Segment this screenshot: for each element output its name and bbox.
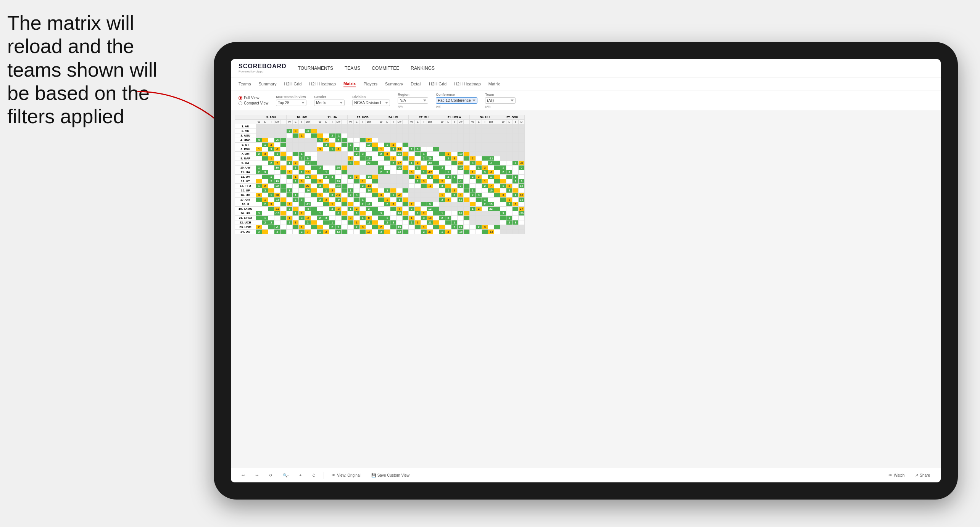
cell-3-1 xyxy=(262,138,268,143)
cell-16-37: 1 xyxy=(482,198,488,202)
cell-12-5 xyxy=(287,179,293,184)
team-select[interactable]: (All) xyxy=(485,97,516,104)
share-button[interactable]: ↗ Share xyxy=(912,472,933,479)
full-view-radio[interactable]: Full View xyxy=(239,96,268,100)
nav-committee[interactable]: COMMITTEE xyxy=(372,64,399,72)
cell-16-34 xyxy=(464,198,470,202)
zoom-out-button[interactable]: 🔍- xyxy=(280,472,292,479)
cell-19-35 xyxy=(470,211,476,216)
cell-11-18: -19 xyxy=(366,175,372,179)
cell-4-16 xyxy=(354,143,360,147)
cell-15-32: 3 xyxy=(451,193,458,198)
cell-5-11 xyxy=(323,147,329,152)
cell-12-14 xyxy=(342,179,348,184)
view-radio-group: Full View Compact View xyxy=(239,96,268,105)
uo-t: T xyxy=(390,120,397,124)
cell-13-6 xyxy=(293,184,299,188)
cell-18-0 xyxy=(256,207,262,211)
cell-3-7 xyxy=(299,138,305,143)
cell-1-19 xyxy=(372,129,378,133)
subnav-players[interactable]: Players xyxy=(363,81,377,87)
subnav-detail[interactable]: Detail xyxy=(411,81,421,87)
cell-9-41 xyxy=(506,165,513,170)
cell-5-42 xyxy=(513,147,519,152)
cell-4-30 xyxy=(439,143,445,147)
table-row: 15. UF33-20121-103121103 xyxy=(235,188,525,193)
zoom-in-button[interactable]: + xyxy=(296,472,305,479)
region-select[interactable]: N/A East West South Midwest xyxy=(398,97,428,104)
cell-6-43 xyxy=(519,152,525,156)
cell-8-20 xyxy=(378,161,384,165)
cell-16-39 xyxy=(494,198,500,202)
cell-20-9 xyxy=(311,216,317,220)
cell-6-18 xyxy=(366,152,372,156)
cell-4-17 xyxy=(360,143,366,147)
redo-button[interactable]: ↪ xyxy=(252,472,261,479)
refresh-button[interactable]: ↺ xyxy=(266,472,275,479)
cell-10-38: -2 xyxy=(488,170,494,175)
cell-3-4 xyxy=(280,138,287,143)
cell-13-43: 12 xyxy=(519,184,525,188)
gender-select[interactable]: Men's Women's xyxy=(314,100,345,106)
max-teams-select[interactable]: Top 25 Top 10 Top 50 xyxy=(276,100,306,106)
cell-11-19 xyxy=(372,175,378,179)
su-l: L xyxy=(415,120,421,124)
cell-16-24 xyxy=(403,198,409,202)
compact-view-radio[interactable]: Compact View xyxy=(239,101,268,105)
cell-19-7: 2 xyxy=(299,211,305,216)
clock-button[interactable]: ⏱ xyxy=(309,472,319,479)
subnav-h2h-grid2[interactable]: H2H Grid xyxy=(429,81,446,87)
nav-rankings[interactable]: RANKINGS xyxy=(411,64,435,72)
subnav-summary2[interactable]: Summary xyxy=(385,81,403,87)
subnav-summary[interactable]: Summary xyxy=(258,81,276,87)
cell-21-4 xyxy=(280,220,287,225)
cell-2-17 xyxy=(360,133,366,138)
osu-t: T xyxy=(513,120,519,124)
cell-14-32: 2 xyxy=(451,188,458,193)
cell-5-16: 1 xyxy=(354,147,360,152)
nav-tournaments[interactable]: TOURNAMENTS xyxy=(298,64,333,72)
uw-w: W xyxy=(287,120,293,124)
cell-1-8: -9 xyxy=(305,129,311,133)
cell-15-1 xyxy=(262,193,268,198)
col-header-su: 27. SU xyxy=(409,115,439,120)
watch-button[interactable]: 👁 Watch xyxy=(885,472,907,479)
cell-14-37 xyxy=(482,188,488,193)
matrix-area[interactable]: 3. ASU 10. UW 11. UA 22. UCB 24. UO 27. … xyxy=(231,111,941,468)
cell-11-20 xyxy=(378,175,384,179)
subnav-teams[interactable]: Teams xyxy=(239,81,251,87)
division-select[interactable]: NCAA Division I NCAA Division II NCAA Di… xyxy=(352,100,390,106)
cell-7-16 xyxy=(354,156,360,161)
cell-14-14 xyxy=(342,188,348,193)
cell-10-37: 3 xyxy=(482,170,488,175)
cell-3-19 xyxy=(372,138,378,143)
cell-12-22 xyxy=(390,179,397,184)
col-header-blank xyxy=(235,115,256,120)
cell-22-34 xyxy=(464,225,470,230)
cell-12-7: 3 xyxy=(299,179,305,184)
cell-11-28: -9 xyxy=(427,175,433,179)
view-original-button[interactable]: 👁 View: Original xyxy=(329,472,364,479)
cell-5-23: 18 xyxy=(397,147,403,152)
cell-22-25 xyxy=(409,225,415,230)
subnav-h2h-heatmap[interactable]: H2H Heatmap xyxy=(309,81,336,87)
cell-17-20 xyxy=(378,202,384,207)
cell-15-35: 2 xyxy=(470,193,476,198)
cell-23-14 xyxy=(342,230,348,234)
cell-6-33: -19 xyxy=(458,152,464,156)
conference-select[interactable]: Pac-12 Conference (All) ACC Big Ten SEC xyxy=(436,97,477,104)
undo-button[interactable]: ↩ xyxy=(239,472,248,479)
cell-18-19 xyxy=(372,207,378,211)
subnav-h2h-grid[interactable]: H2H Grid xyxy=(284,81,301,87)
cell-10-31: 1 xyxy=(445,170,451,175)
cell-3-32 xyxy=(451,138,458,143)
nav-teams[interactable]: TEAMS xyxy=(345,64,360,72)
subnav-h2h-heatmap2[interactable]: H2H Heatmap xyxy=(454,81,481,87)
cell-5-10: 3 xyxy=(317,147,323,152)
cell-7-0 xyxy=(256,156,262,161)
save-custom-button[interactable]: 💾 Save Custom View xyxy=(368,472,413,479)
subnav-matrix2[interactable]: Matrix xyxy=(488,81,500,87)
gender-label: Gender xyxy=(314,95,345,99)
cell-16-29 xyxy=(433,198,439,202)
subnav-matrix[interactable]: Matrix xyxy=(343,80,356,87)
